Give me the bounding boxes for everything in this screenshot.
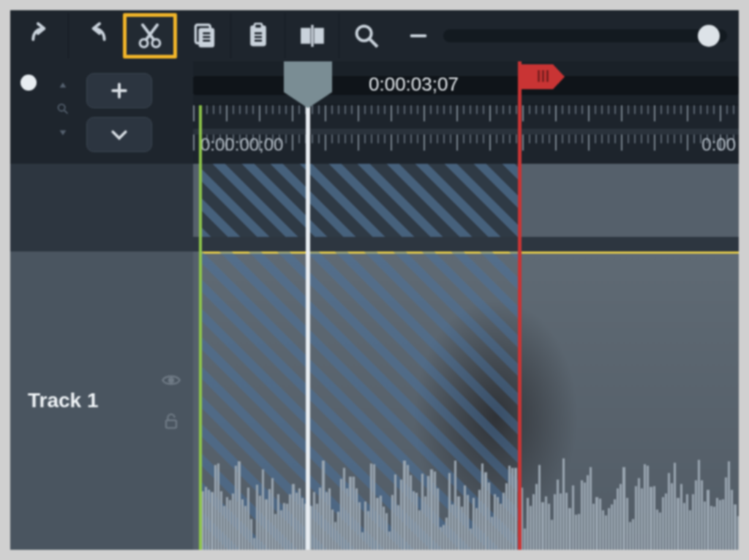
- svg-line-10: [370, 39, 377, 47]
- track-sidebar: Track 1: [10, 61, 193, 550]
- playhead-handle[interactable]: [284, 61, 332, 92]
- timeline[interactable]: 0:00:03;07 0:00:00;00 0:00: [193, 61, 739, 550]
- eye-icon[interactable]: [161, 370, 181, 390]
- split-button[interactable]: [285, 13, 339, 58]
- svg-rect-5: [255, 23, 262, 29]
- expand-tracks-button[interactable]: [86, 117, 152, 152]
- sidebar-gap: [10, 164, 193, 251]
- redo-button[interactable]: [69, 13, 123, 58]
- svg-rect-15: [166, 420, 176, 428]
- marker-flag-icon: [518, 64, 553, 89]
- undo-button[interactable]: [15, 13, 69, 58]
- mini-magnifier-icon: [55, 101, 71, 117]
- workspace: Track 1 0:00:03;07 0:00:00;00 0:00: [10, 61, 739, 550]
- sidebar-top-controls: [10, 61, 193, 164]
- undo-icon: [27, 21, 56, 50]
- redo-icon: [81, 21, 110, 50]
- add-track-button[interactable]: [86, 73, 152, 108]
- ruler-time-start: 0:00:00;00: [200, 135, 283, 155]
- plus-icon: [108, 80, 130, 102]
- scissors-icon: [135, 21, 165, 50]
- svg-rect-7: [315, 29, 323, 43]
- minus-icon: [408, 26, 429, 46]
- selection-end-marker[interactable]: [518, 61, 522, 550]
- lock-icon[interactable]: [161, 411, 181, 431]
- chevron-down-icon: [108, 124, 130, 145]
- copy-icon: [189, 21, 219, 50]
- paste-button[interactable]: [231, 13, 285, 58]
- cut-button[interactable]: [123, 13, 177, 58]
- magnifier-icon: [352, 21, 381, 50]
- copy-button[interactable]: [177, 13, 231, 58]
- audio-waveform: [199, 455, 739, 550]
- arrow-down-icon: [55, 121, 71, 137]
- toolbar: [10, 10, 739, 61]
- zoom-slider-knob[interactable]: [698, 25, 720, 47]
- track-row-icons: [161, 370, 181, 431]
- track-name-label: Track 1: [28, 389, 99, 412]
- selection-overlay-top: [199, 164, 518, 237]
- playhead-time-label: 0:00:03;07: [369, 73, 459, 96]
- clip-area[interactable]: [193, 164, 739, 550]
- clip-start-marker[interactable]: [199, 105, 202, 550]
- time-ruler[interactable]: 0:00:03;07: [193, 61, 739, 105]
- svg-line-13: [64, 110, 68, 114]
- svg-point-14: [169, 378, 174, 383]
- paste-icon: [244, 21, 273, 50]
- svg-point-12: [59, 105, 65, 111]
- zoom-button[interactable]: [339, 13, 394, 58]
- arrow-up-icon: [55, 80, 71, 97]
- tick-marks: [193, 105, 739, 129]
- svg-rect-6: [301, 29, 310, 43]
- zoom-slider[interactable]: [394, 26, 734, 46]
- zoom-slider-track[interactable]: [443, 29, 727, 42]
- track-header[interactable]: Track 1: [10, 251, 193, 550]
- svg-point-9: [357, 26, 372, 41]
- control-dot[interactable]: [20, 75, 37, 91]
- split-icon: [298, 21, 327, 50]
- ruler-time-next: 0:00: [701, 135, 736, 155]
- video-editor-timeline: Track 1 0:00:03;07 0:00:00;00 0:00: [10, 10, 739, 550]
- playhead[interactable]: [306, 61, 310, 550]
